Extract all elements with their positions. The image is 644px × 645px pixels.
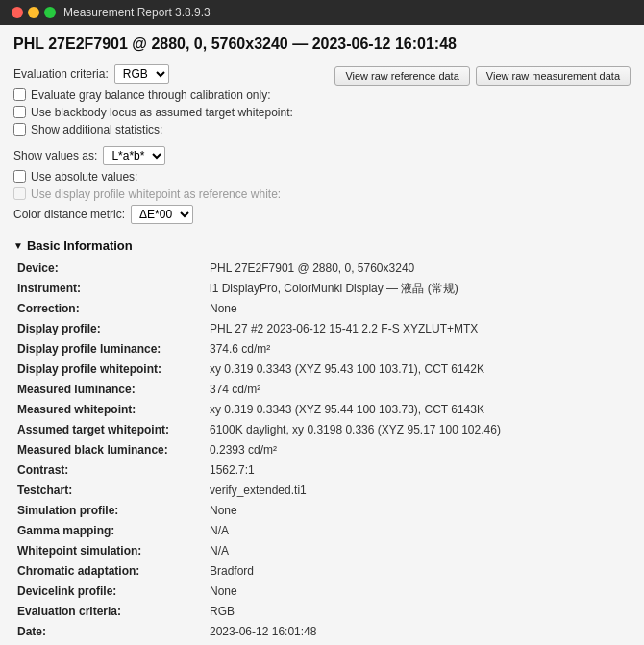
basic-info-value: 1562.7:1 bbox=[206, 460, 631, 481]
view-raw-meas-button[interactable]: View raw measurement data bbox=[476, 66, 631, 86]
basic-info-value: None bbox=[206, 501, 631, 521]
basic-info-label: Gamma mapping: bbox=[13, 521, 206, 541]
basic-info-value: N/A bbox=[206, 521, 631, 541]
maximize-button[interactable] bbox=[44, 7, 56, 18]
basic-info-label: Simulation profile: bbox=[13, 501, 206, 521]
basic-info-row: Correction: None bbox=[13, 299, 631, 319]
minimize-button[interactable] bbox=[28, 7, 39, 18]
basic-info-label: Correction: bbox=[13, 299, 206, 319]
evaluation-criteria-select[interactable]: RGB bbox=[114, 64, 169, 84]
show-values-row: Show values as: L*a*b* bbox=[13, 146, 334, 165]
basic-info-row: Testchart: verify_extended.ti1 bbox=[13, 481, 631, 501]
basic-info-row: Display profile luminance: 374.6 cd/m² bbox=[13, 339, 631, 360]
left-controls: Evaluation criteria: RGB Evaluate gray b… bbox=[13, 64, 334, 229]
basic-info-row: Chromatic adaptation: Bradford bbox=[13, 561, 631, 582]
basic-info-row: Gamma mapping: N/A bbox=[13, 521, 631, 541]
absolute-values-checkbox[interactable] bbox=[13, 170, 26, 183]
gray-balance-label: Evaluate gray balance through calibratio… bbox=[31, 88, 271, 102]
blackbody-checkbox[interactable] bbox=[13, 106, 26, 118]
basic-info-label: Evaluation criteria: bbox=[13, 602, 206, 622]
display-profile-wp-row: Use display profile whitepoint as refere… bbox=[13, 187, 334, 201]
absolute-values-row: Use absolute values: bbox=[13, 170, 334, 184]
basic-info-row: Evaluation criteria: RGB bbox=[13, 602, 631, 622]
basic-info-value: i1 DisplayPro, ColorMunki Display — 液晶 (… bbox=[206, 279, 631, 299]
basic-info-value: N/A bbox=[206, 541, 631, 561]
basic-info-row: Device: PHL 27E2F7901 @ 2880, 0, 5760x32… bbox=[13, 259, 631, 279]
basic-info-label: Device: bbox=[13, 259, 206, 279]
basic-info-row: Measured black luminance: 0.2393 cd/m² bbox=[13, 440, 631, 460]
color-distance-label: Color distance metric: bbox=[13, 208, 125, 221]
blackbody-label: Use blackbody locus as assumed target wh… bbox=[31, 106, 293, 119]
basic-info-value: xy 0.319 0.3343 (XYZ 95.43 100 103.71), … bbox=[206, 360, 631, 380]
basic-info-label: Contrast: bbox=[13, 460, 206, 481]
basic-info-value: PHL 27E2F7901 @ 2880, 0, 5760x3240 bbox=[206, 259, 631, 279]
evaluation-criteria-row: Evaluation criteria: RGB bbox=[13, 64, 334, 84]
basic-info-title: Basic Information bbox=[27, 238, 133, 253]
display-profile-wp-label: Use display profile whitepoint as refere… bbox=[31, 187, 281, 201]
basic-info-label: Display profile luminance: bbox=[13, 339, 206, 360]
basic-info-label: Date: bbox=[13, 622, 206, 642]
basic-info-section-header: ▼ Basic Information bbox=[13, 238, 631, 253]
basic-info-value: PHL 27 #2 2023-06-12 15-41 2.2 F-S XYZLU… bbox=[206, 319, 631, 339]
basic-info-label: Whitepoint simulation: bbox=[13, 541, 206, 561]
title-bar: Measurement Report 3.8.9.3 bbox=[0, 0, 644, 25]
basic-info-row: Measured whitepoint: xy 0.319 0.3343 (XY… bbox=[13, 400, 631, 420]
basic-info-row: Simulation profile: None bbox=[13, 501, 631, 521]
basic-info-value: None bbox=[206, 299, 631, 319]
basic-info-row: Instrument: i1 DisplayPro, ColorMunki Di… bbox=[13, 279, 631, 299]
basic-info-label: Instrument: bbox=[13, 279, 206, 299]
window-title: Measurement Report 3.8.9.3 bbox=[63, 6, 211, 19]
gray-balance-checkbox[interactable] bbox=[13, 88, 26, 101]
additional-stats-label: Show additional statistics: bbox=[31, 123, 162, 136]
basic-info-value: RGB bbox=[206, 602, 631, 622]
basic-info-label: Display profile: bbox=[13, 319, 206, 339]
top-controls: Evaluation criteria: RGB Evaluate gray b… bbox=[13, 64, 631, 229]
view-raw-ref-button[interactable]: View raw reference data bbox=[334, 66, 469, 86]
basic-info-value: verify_extended.ti1 bbox=[206, 481, 631, 501]
basic-info-label: Devicelink profile: bbox=[13, 582, 206, 602]
basic-info-row: Display profile whitepoint: xy 0.319 0.3… bbox=[13, 360, 631, 380]
gray-balance-row: Evaluate gray balance through calibratio… bbox=[13, 88, 334, 102]
page-title: PHL 27E2F7901 @ 2880, 0, 5760x3240 — 202… bbox=[13, 35, 631, 55]
traffic-lights bbox=[12, 7, 56, 18]
basic-info-value: Bradford bbox=[206, 561, 631, 582]
basic-info-value: 2023-06-12 16:01:48 bbox=[206, 622, 631, 642]
color-distance-row: Color distance metric: ΔE*00 bbox=[13, 205, 334, 224]
absolute-values-label: Use absolute values: bbox=[31, 170, 137, 184]
basic-info-label: Chromatic adaptation: bbox=[13, 561, 206, 582]
evaluation-criteria-label: Evaluation criteria: bbox=[13, 67, 109, 81]
color-distance-select[interactable]: ΔE*00 bbox=[131, 205, 193, 224]
basic-info-label: Measured black luminance: bbox=[13, 440, 206, 460]
basic-info-value: None bbox=[206, 582, 631, 602]
basic-info-row: Devicelink profile: None bbox=[13, 582, 631, 602]
blackbody-row: Use blackbody locus as assumed target wh… bbox=[13, 106, 334, 119]
basic-info-value: 6100K daylight, xy 0.3198 0.336 (XYZ 95.… bbox=[206, 420, 631, 440]
additional-stats-checkbox[interactable] bbox=[13, 123, 26, 136]
basic-info-row: Measured luminance: 374 cd/m² bbox=[13, 380, 631, 400]
basic-info-row: Assumed target whitepoint: 6100K dayligh… bbox=[13, 420, 631, 440]
basic-info-row: Date: 2023-06-12 16:01:48 bbox=[13, 622, 631, 642]
basic-info-value: 0.2393 cd/m² bbox=[206, 440, 631, 460]
basic-info-table: Device: PHL 27E2F7901 @ 2880, 0, 5760x32… bbox=[13, 259, 631, 642]
basic-info-row: Contrast: 1562.7:1 bbox=[13, 460, 631, 481]
basic-info-row: Display profile: PHL 27 #2 2023-06-12 15… bbox=[13, 319, 631, 339]
basic-info-label: Measured whitepoint: bbox=[13, 400, 206, 420]
basic-info-row: Whitepoint simulation: N/A bbox=[13, 541, 631, 561]
basic-info-value: xy 0.319 0.3343 (XYZ 95.44 100 103.73), … bbox=[206, 400, 631, 420]
show-values-label: Show values as: bbox=[13, 149, 97, 162]
main-content: PHL 27E2F7901 @ 2880, 0, 5760x3240 — 202… bbox=[0, 25, 644, 645]
basic-info-label: Display profile whitepoint: bbox=[13, 360, 206, 380]
basic-info-triangle: ▼ bbox=[13, 240, 23, 251]
basic-info-label: Measured luminance: bbox=[13, 380, 206, 400]
basic-info-label: Assumed target whitepoint: bbox=[13, 420, 206, 440]
display-profile-wp-checkbox bbox=[13, 187, 26, 200]
right-buttons: View raw reference data View raw measure… bbox=[334, 64, 631, 86]
additional-stats-row: Show additional statistics: bbox=[13, 123, 334, 136]
basic-info-value: 374 cd/m² bbox=[206, 380, 631, 400]
basic-info-label: Testchart: bbox=[13, 481, 206, 501]
show-values-select[interactable]: L*a*b* bbox=[103, 146, 165, 165]
basic-info-value: 374.6 cd/m² bbox=[206, 339, 631, 360]
close-button[interactable] bbox=[12, 7, 23, 18]
